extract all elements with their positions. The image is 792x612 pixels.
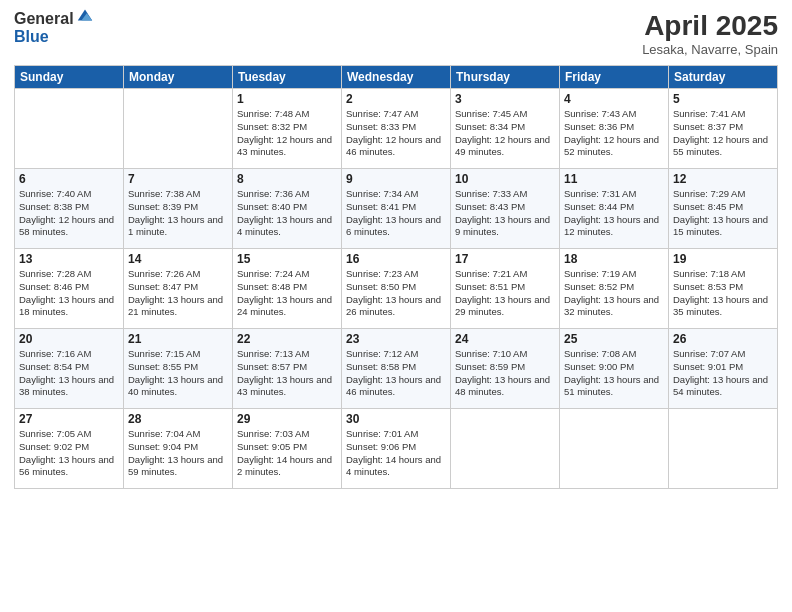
calendar-cell: 9Sunrise: 7:34 AM Sunset: 8:41 PM Daylig… [342, 169, 451, 249]
calendar-cell [560, 409, 669, 489]
calendar-cell [124, 89, 233, 169]
calendar-cell: 15Sunrise: 7:24 AM Sunset: 8:48 PM Dayli… [233, 249, 342, 329]
calendar-cell [15, 89, 124, 169]
calendar-cell: 6Sunrise: 7:40 AM Sunset: 8:38 PM Daylig… [15, 169, 124, 249]
calendar-cell: 10Sunrise: 7:33 AM Sunset: 8:43 PM Dayli… [451, 169, 560, 249]
calendar-page: General Blue April 2025 Lesaka, Navarre,… [0, 0, 792, 612]
header: General Blue April 2025 Lesaka, Navarre,… [14, 10, 778, 57]
day-number: 27 [19, 412, 119, 426]
day-number: 20 [19, 332, 119, 346]
day-number: 7 [128, 172, 228, 186]
day-number: 5 [673, 92, 773, 106]
calendar-cell: 1Sunrise: 7:48 AM Sunset: 8:32 PM Daylig… [233, 89, 342, 169]
day-number: 10 [455, 172, 555, 186]
calendar-cell: 17Sunrise: 7:21 AM Sunset: 8:51 PM Dayli… [451, 249, 560, 329]
day-info: Sunrise: 7:21 AM Sunset: 8:51 PM Dayligh… [455, 268, 555, 319]
calendar-cell: 13Sunrise: 7:28 AM Sunset: 8:46 PM Dayli… [15, 249, 124, 329]
day-number: 13 [19, 252, 119, 266]
calendar-week-2: 6Sunrise: 7:40 AM Sunset: 8:38 PM Daylig… [15, 169, 778, 249]
day-info: Sunrise: 7:18 AM Sunset: 8:53 PM Dayligh… [673, 268, 773, 319]
day-number: 15 [237, 252, 337, 266]
day-header-friday: Friday [560, 66, 669, 89]
calendar-cell: 16Sunrise: 7:23 AM Sunset: 8:50 PM Dayli… [342, 249, 451, 329]
day-header-saturday: Saturday [669, 66, 778, 89]
day-info: Sunrise: 7:47 AM Sunset: 8:33 PM Dayligh… [346, 108, 446, 159]
day-info: Sunrise: 7:43 AM Sunset: 8:36 PM Dayligh… [564, 108, 664, 159]
day-number: 4 [564, 92, 664, 106]
day-header-thursday: Thursday [451, 66, 560, 89]
day-number: 22 [237, 332, 337, 346]
day-info: Sunrise: 7:45 AM Sunset: 8:34 PM Dayligh… [455, 108, 555, 159]
calendar-cell: 18Sunrise: 7:19 AM Sunset: 8:52 PM Dayli… [560, 249, 669, 329]
day-info: Sunrise: 7:31 AM Sunset: 8:44 PM Dayligh… [564, 188, 664, 239]
day-info: Sunrise: 7:24 AM Sunset: 8:48 PM Dayligh… [237, 268, 337, 319]
day-info: Sunrise: 7:05 AM Sunset: 9:02 PM Dayligh… [19, 428, 119, 479]
day-info: Sunrise: 7:23 AM Sunset: 8:50 PM Dayligh… [346, 268, 446, 319]
day-header-monday: Monday [124, 66, 233, 89]
calendar-week-4: 20Sunrise: 7:16 AM Sunset: 8:54 PM Dayli… [15, 329, 778, 409]
day-info: Sunrise: 7:28 AM Sunset: 8:46 PM Dayligh… [19, 268, 119, 319]
calendar-cell: 14Sunrise: 7:26 AM Sunset: 8:47 PM Dayli… [124, 249, 233, 329]
day-info: Sunrise: 7:07 AM Sunset: 9:01 PM Dayligh… [673, 348, 773, 399]
calendar-header-row: SundayMondayTuesdayWednesdayThursdayFrid… [15, 66, 778, 89]
day-number: 28 [128, 412, 228, 426]
calendar-cell [669, 409, 778, 489]
day-number: 2 [346, 92, 446, 106]
day-info: Sunrise: 7:19 AM Sunset: 8:52 PM Dayligh… [564, 268, 664, 319]
day-number: 6 [19, 172, 119, 186]
day-info: Sunrise: 7:08 AM Sunset: 9:00 PM Dayligh… [564, 348, 664, 399]
logo-text: General Blue [14, 10, 94, 45]
logo-icon [76, 6, 94, 24]
calendar-cell: 11Sunrise: 7:31 AM Sunset: 8:44 PM Dayli… [560, 169, 669, 249]
day-number: 17 [455, 252, 555, 266]
calendar-cell: 4Sunrise: 7:43 AM Sunset: 8:36 PM Daylig… [560, 89, 669, 169]
day-number: 8 [237, 172, 337, 186]
calendar-cell: 3Sunrise: 7:45 AM Sunset: 8:34 PM Daylig… [451, 89, 560, 169]
calendar-cell: 23Sunrise: 7:12 AM Sunset: 8:58 PM Dayli… [342, 329, 451, 409]
day-number: 12 [673, 172, 773, 186]
calendar-cell: 2Sunrise: 7:47 AM Sunset: 8:33 PM Daylig… [342, 89, 451, 169]
calendar-cell: 8Sunrise: 7:36 AM Sunset: 8:40 PM Daylig… [233, 169, 342, 249]
calendar-table: SundayMondayTuesdayWednesdayThursdayFrid… [14, 65, 778, 489]
day-number: 16 [346, 252, 446, 266]
calendar-cell: 19Sunrise: 7:18 AM Sunset: 8:53 PM Dayli… [669, 249, 778, 329]
calendar-cell: 25Sunrise: 7:08 AM Sunset: 9:00 PM Dayli… [560, 329, 669, 409]
day-info: Sunrise: 7:40 AM Sunset: 8:38 PM Dayligh… [19, 188, 119, 239]
day-number: 18 [564, 252, 664, 266]
calendar-cell: 27Sunrise: 7:05 AM Sunset: 9:02 PM Dayli… [15, 409, 124, 489]
day-header-wednesday: Wednesday [342, 66, 451, 89]
day-number: 14 [128, 252, 228, 266]
day-number: 29 [237, 412, 337, 426]
day-number: 21 [128, 332, 228, 346]
calendar-week-5: 27Sunrise: 7:05 AM Sunset: 9:02 PM Dayli… [15, 409, 778, 489]
day-number: 1 [237, 92, 337, 106]
day-number: 30 [346, 412, 446, 426]
calendar-week-1: 1Sunrise: 7:48 AM Sunset: 8:32 PM Daylig… [15, 89, 778, 169]
day-info: Sunrise: 7:12 AM Sunset: 8:58 PM Dayligh… [346, 348, 446, 399]
day-info: Sunrise: 7:38 AM Sunset: 8:39 PM Dayligh… [128, 188, 228, 239]
day-info: Sunrise: 7:03 AM Sunset: 9:05 PM Dayligh… [237, 428, 337, 479]
calendar-cell: 22Sunrise: 7:13 AM Sunset: 8:57 PM Dayli… [233, 329, 342, 409]
day-number: 24 [455, 332, 555, 346]
day-info: Sunrise: 7:13 AM Sunset: 8:57 PM Dayligh… [237, 348, 337, 399]
calendar-cell: 26Sunrise: 7:07 AM Sunset: 9:01 PM Dayli… [669, 329, 778, 409]
day-number: 3 [455, 92, 555, 106]
calendar-cell: 24Sunrise: 7:10 AM Sunset: 8:59 PM Dayli… [451, 329, 560, 409]
calendar-cell: 7Sunrise: 7:38 AM Sunset: 8:39 PM Daylig… [124, 169, 233, 249]
calendar-cell: 21Sunrise: 7:15 AM Sunset: 8:55 PM Dayli… [124, 329, 233, 409]
day-header-sunday: Sunday [15, 66, 124, 89]
calendar-cell: 5Sunrise: 7:41 AM Sunset: 8:37 PM Daylig… [669, 89, 778, 169]
day-info: Sunrise: 7:16 AM Sunset: 8:54 PM Dayligh… [19, 348, 119, 399]
day-info: Sunrise: 7:15 AM Sunset: 8:55 PM Dayligh… [128, 348, 228, 399]
day-info: Sunrise: 7:48 AM Sunset: 8:32 PM Dayligh… [237, 108, 337, 159]
day-info: Sunrise: 7:36 AM Sunset: 8:40 PM Dayligh… [237, 188, 337, 239]
day-info: Sunrise: 7:33 AM Sunset: 8:43 PM Dayligh… [455, 188, 555, 239]
logo-general: General [14, 10, 74, 28]
day-number: 19 [673, 252, 773, 266]
calendar-cell: 12Sunrise: 7:29 AM Sunset: 8:45 PM Dayli… [669, 169, 778, 249]
location: Lesaka, Navarre, Spain [642, 42, 778, 57]
day-number: 9 [346, 172, 446, 186]
day-info: Sunrise: 7:29 AM Sunset: 8:45 PM Dayligh… [673, 188, 773, 239]
day-number: 11 [564, 172, 664, 186]
calendar-cell: 28Sunrise: 7:04 AM Sunset: 9:04 PM Dayli… [124, 409, 233, 489]
